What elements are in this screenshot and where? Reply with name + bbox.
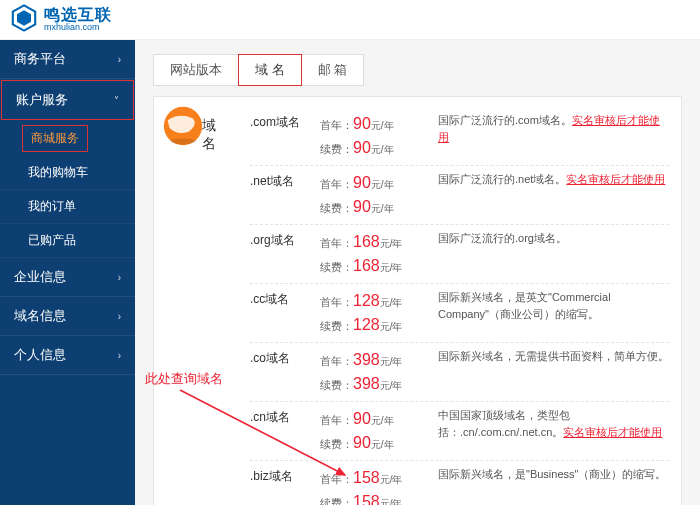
- domain-desc: 中国国家顶级域名，类型包括：.cn/.com.cn/.net.cn。实名审核后才…: [438, 407, 669, 440]
- domain-row: .co域名首年：398元/年续费：398元/年国际新兴域名，无需提供书面资料，简…: [250, 343, 669, 402]
- sidebar-item[interactable]: 账户服务˅: [1, 80, 134, 120]
- sidebar-subitem[interactable]: 我的订单: [0, 190, 135, 224]
- globe-block: 域名: [160, 103, 206, 152]
- domain-ext: .cn域名: [250, 407, 312, 426]
- svg-point-3: [170, 138, 197, 144]
- domain-price: 首年：128元/年续费：128元/年: [320, 289, 430, 337]
- logo-icon: [10, 4, 38, 35]
- chevron-icon: ›: [118, 311, 121, 322]
- sidebar-subitem[interactable]: 商城服务: [22, 125, 88, 152]
- domain-desc: 国际新兴域名，是英文"Commercial Company"（商业公司）的缩写。: [438, 289, 669, 322]
- domain-ext: .org域名: [250, 230, 312, 249]
- sidebar-item[interactable]: 企业信息›: [0, 258, 135, 297]
- domain-row: .org域名首年：168元/年续费：168元/年国际广泛流行的.org域名。: [250, 225, 669, 284]
- domain-row: .biz域名首年：158元/年续费：158元/年国际新兴域名，是"Busines…: [250, 461, 669, 505]
- logo-text-cn: 鸣选互联: [44, 7, 112, 23]
- verify-link[interactable]: 实名审核后才能使用: [438, 114, 660, 143]
- chevron-icon: ˅: [114, 95, 119, 106]
- domain-row: .cn域名首年：90元/年续费：90元/年中国国家顶级域名，类型包括：.cn/.…: [250, 402, 669, 461]
- tab[interactable]: 邮 箱: [301, 54, 365, 86]
- domain-desc: 国际广泛流行的.com域名。实名审核后才能使用: [438, 112, 669, 145]
- domain-price: 首年：90元/年续费：90元/年: [320, 171, 430, 219]
- domain-ext: .cc域名: [250, 289, 312, 308]
- domain-price: 首年：90元/年续费：90元/年: [320, 112, 430, 160]
- tabs: 网站版本域 名邮 箱: [153, 54, 682, 86]
- main-content: 网站版本域 名邮 箱 域名 .com域名首年：90元/年续费：90元/年国际广泛…: [135, 40, 700, 505]
- domain-ext: .biz域名: [250, 466, 312, 485]
- tab[interactable]: 域 名: [238, 54, 302, 86]
- domain-price: 首年：398元/年续费：398元/年: [320, 348, 430, 396]
- tab[interactable]: 网站版本: [153, 54, 239, 86]
- domain-row: .net域名首年：90元/年续费：90元/年国际广泛流行的.net域名。实名审核…: [250, 166, 669, 225]
- sidebar-item[interactable]: 个人信息›: [0, 336, 135, 375]
- verify-link[interactable]: 实名审核后才能使用: [563, 426, 662, 438]
- domain-ext: .com域名: [250, 112, 312, 131]
- domain-desc: 国际广泛流行的.net域名。实名审核后才能使用: [438, 171, 669, 188]
- sidebar-item[interactable]: 域名信息›: [0, 297, 135, 336]
- sidebar-subitem[interactable]: 已购产品: [0, 224, 135, 258]
- domain-ext: .co域名: [250, 348, 312, 367]
- sidebar-subitem[interactable]: 我的购物车: [0, 156, 135, 190]
- domain-row: .cc域名首年：128元/年续费：128元/年国际新兴域名，是英文"Commer…: [250, 284, 669, 343]
- domain-price: 首年：158元/年续费：158元/年: [320, 466, 430, 505]
- domain-desc: 国际新兴域名，是"Business"（商业）的缩写。: [438, 466, 669, 483]
- sidebar-item[interactable]: 商务平台›: [0, 40, 135, 79]
- verify-link[interactable]: 实名审核后才能使用: [566, 173, 665, 185]
- domain-row: .com域名首年：90元/年续费：90元/年国际广泛流行的.com域名。实名审核…: [250, 107, 669, 166]
- domain-price: 首年：90元/年续费：90元/年: [320, 407, 430, 455]
- logo[interactable]: 鸣选互联 mxhulian.com: [10, 4, 112, 35]
- domain-panel: 域名 .com域名首年：90元/年续费：90元/年国际广泛流行的.com域名。实…: [153, 96, 682, 505]
- chevron-icon: ›: [118, 350, 121, 361]
- header: 鸣选互联 mxhulian.com: [0, 0, 700, 40]
- svg-marker-1: [17, 10, 31, 25]
- chevron-icon: ›: [118, 272, 121, 283]
- domain-desc: 国际新兴域名，无需提供书面资料，简单方便。: [438, 348, 669, 365]
- domain-desc: 国际广泛流行的.org域名。: [438, 230, 669, 247]
- chevron-icon: ›: [118, 54, 121, 65]
- domain-ext: .net域名: [250, 171, 312, 190]
- logo-text-en: mxhulian.com: [44, 23, 112, 32]
- sidebar: 商务平台›账户服务˅商城服务我的购物车我的订单已购产品企业信息›域名信息›个人信…: [0, 40, 135, 505]
- domain-price: 首年：168元/年续费：168元/年: [320, 230, 430, 278]
